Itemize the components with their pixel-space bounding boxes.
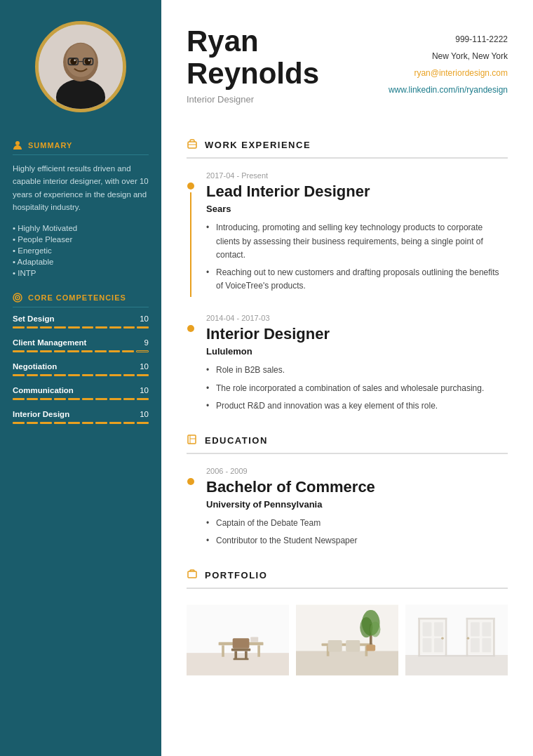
education-section: EDUCATION 2006 - 2009 Bachelor of Commer…: [187, 434, 508, 552]
trait-item: Highly Motivated: [13, 223, 149, 234]
competency-bar: [13, 422, 149, 424]
education-label: EDUCATION: [205, 435, 268, 446]
email-link[interactable]: ryan@interiordesign.com: [414, 68, 508, 78]
portfolio-section: PORTFOLIO: [187, 569, 508, 679]
bullet-item: The role incorporated a combination of s…: [206, 382, 508, 395]
svg-rect-17: [188, 435, 196, 444]
competency-bar: [13, 398, 149, 400]
competency-client-management: Client Management 9: [13, 338, 149, 352]
svg-rect-41: [366, 645, 375, 651]
competency-communication: Communication 10: [13, 386, 149, 400]
job-content: 2017-04 - Present Lead Interior Designer…: [206, 171, 508, 297]
job-item: 2014-04 - 2017-03 Interior Designer Lulu…: [187, 314, 508, 417]
work-experience-header: WORK EXPERIENCE: [187, 138, 508, 159]
portfolio-label: PORTFOLIO: [205, 570, 267, 581]
svg-rect-47: [418, 618, 420, 656]
portfolio-image-1: [187, 602, 289, 679]
resume-header: Ryan Reynolds Interior Designer 999-111-…: [187, 0, 508, 121]
name-block: Ryan Reynolds Interior Designer: [187, 25, 319, 105]
competency-bar: [13, 326, 149, 329]
svg-rect-60: [483, 623, 492, 637]
svg-point-40: [370, 622, 381, 637]
svg-point-7: [70, 58, 76, 65]
education-item: 2006 - 2009 Bachelor of Commerce Univers…: [187, 467, 508, 552]
trait-item: Adaptable: [13, 256, 149, 267]
work-experience-section: WORK EXPERIENCE 2017-04 - Present Lead I…: [187, 138, 508, 417]
svg-point-9: [74, 59, 76, 61]
svg-point-3: [66, 44, 95, 77]
svg-rect-43: [346, 640, 360, 651]
sidebar: SUMMARY Highly efficient results driven …: [0, 0, 161, 756]
job-date: 2017-04 - Present: [206, 171, 508, 180]
svg-rect-29: [233, 639, 250, 649]
bullet-item: Product R&D and innovation was a key ele…: [206, 399, 508, 413]
svg-rect-51: [423, 623, 432, 637]
svg-rect-52: [434, 623, 443, 637]
target-icon: [13, 293, 22, 303]
svg-rect-33: [296, 651, 398, 676]
job-date: 2014-04 - 2017-03: [206, 314, 508, 322]
timeline: [187, 314, 195, 417]
timeline: [187, 467, 195, 552]
svg-rect-18: [188, 571, 196, 578]
bullet-item: Reaching out to new customers and drafti…: [206, 266, 508, 293]
competency-negotiation: Negotiation 10: [13, 362, 149, 376]
svg-rect-27: [245, 651, 248, 659]
job-bullets: Role in B2B sales. The role incorporated…: [206, 364, 508, 413]
edu-degree: Bachelor of Commerce: [206, 478, 508, 496]
job-bullets: Introducing, promoting and selling key t…: [206, 221, 508, 293]
svg-rect-28: [234, 658, 249, 661]
edu-date: 2006 - 2009: [206, 467, 508, 475]
svg-rect-46: [405, 655, 508, 675]
timeline-dot: [187, 183, 194, 190]
svg-rect-53: [423, 639, 432, 653]
education-header: EDUCATION: [187, 434, 508, 454]
briefcase-icon: [187, 138, 198, 152]
svg-rect-48: [418, 618, 447, 620]
portfolio-grid: [187, 602, 508, 679]
competencies-label: CORE COMPETENCIES: [28, 293, 126, 302]
svg-rect-55: [466, 618, 468, 656]
svg-point-8: [85, 58, 91, 65]
work-experience-label: WORK EXPERIENCE: [205, 140, 311, 150]
location: New York, New York: [389, 48, 508, 65]
portfolio-icon: [187, 569, 198, 582]
competency-set-design: Set Design 10: [13, 314, 149, 329]
svg-point-10: [88, 59, 90, 61]
svg-rect-56: [466, 618, 495, 620]
bullet-item: Captain of the Debate Team: [206, 517, 508, 530]
svg-rect-49: [445, 618, 447, 656]
svg-rect-61: [471, 639, 480, 653]
trait-item: INTP: [13, 267, 149, 279]
summary-label: SUMMARY: [28, 141, 72, 150]
competencies-section-header: CORE COMPETENCIES: [13, 293, 149, 307]
job-company: Lululemon: [206, 346, 508, 357]
svg-point-64: [467, 637, 470, 640]
svg-rect-24: [257, 646, 260, 657]
linkedin-link[interactable]: www.linkedin.com/in/ryandesign: [389, 85, 508, 95]
bullet-item: Contributor to the Student Newspaper: [206, 534, 508, 548]
svg-rect-54: [434, 639, 443, 653]
timeline-dot: [187, 325, 194, 332]
candidate-name: Ryan Reynolds: [187, 25, 319, 90]
edu-bullets: Captain of the Debate Team Contributor t…: [206, 517, 508, 548]
svg-rect-21: [187, 654, 289, 676]
svg-rect-30: [250, 637, 258, 642]
book-icon: [187, 434, 198, 447]
phone: 999-111-2222: [389, 31, 508, 48]
svg-rect-26: [234, 651, 237, 659]
job-role: Interior Designer: [206, 325, 508, 343]
svg-rect-65: [418, 655, 495, 657]
job-item: 2017-04 - Present Lead Interior Designer…: [187, 171, 508, 297]
svg-rect-62: [483, 639, 492, 653]
portfolio-image-2: [296, 602, 398, 679]
trait-list: Highly Motivated People Pleaser Energeti…: [13, 223, 149, 279]
person-icon: [13, 140, 22, 150]
svg-rect-57: [493, 618, 495, 656]
portfolio-header: PORTFOLIO: [187, 569, 508, 589]
job-title: Interior Designer: [187, 94, 319, 105]
job-company: Sears: [206, 204, 508, 214]
trait-item: Energetic: [13, 245, 149, 256]
job-role: Lead Interior Designer: [206, 183, 508, 201]
avatar: [35, 21, 126, 112]
